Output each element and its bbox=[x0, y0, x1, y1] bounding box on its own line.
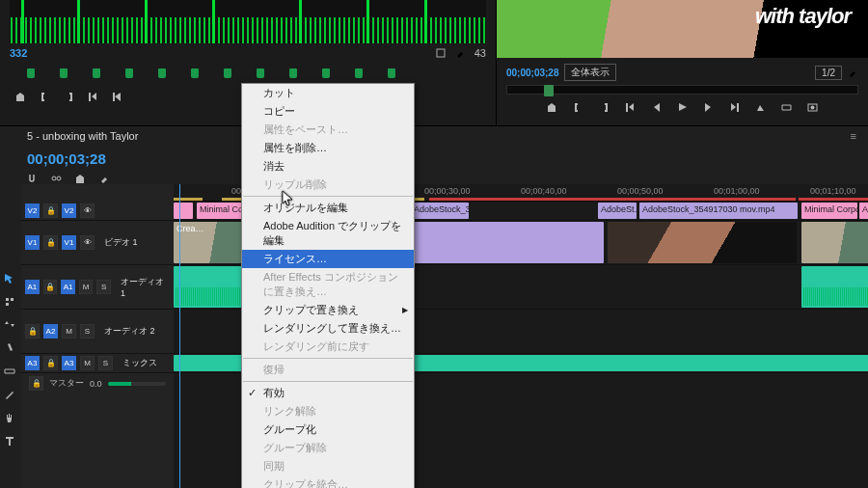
ctx--[interactable]: レンダリングして置き換え… bbox=[242, 319, 414, 338]
clip-corp2[interactable]: Minimal Corpo… bbox=[801, 203, 857, 219]
a1-source-patch[interactable]: A1 bbox=[25, 280, 40, 294]
a1-clip-b[interactable] bbox=[801, 266, 868, 308]
ctx-Adobe-Audition-[interactable]: Adobe Audition でクリップを編集 bbox=[242, 217, 414, 250]
marker-add-icon[interactable] bbox=[547, 102, 557, 113]
clip-context-menu[interactable]: カットコピー属性をペースト…属性を削除…消去リップル削除オリジナルを編集Adob… bbox=[241, 83, 415, 488]
in-bracket-icon[interactable] bbox=[573, 102, 583, 113]
out-bracket-icon[interactable] bbox=[599, 102, 610, 113]
monitor-fit-dropdown[interactable]: 全体表示 bbox=[564, 64, 616, 81]
timeline-playhead-tc[interactable]: 00;00;03;28 bbox=[27, 150, 106, 167]
svg-point-2 bbox=[811, 106, 815, 110]
out-bracket-icon[interactable] bbox=[64, 92, 74, 102]
clip-stock-small[interactable]: AdobeStock_35491… bbox=[411, 203, 469, 219]
solo-icon[interactable]: S bbox=[80, 324, 95, 339]
lock-icon[interactable]: 🔒 bbox=[43, 203, 58, 218]
marker-add-icon[interactable] bbox=[15, 92, 26, 102]
master-track[interactable]: 🔒 マスター 0.0 bbox=[21, 373, 174, 393]
source-markers[interactable] bbox=[10, 68, 486, 80]
wrench-icon[interactable] bbox=[455, 48, 465, 58]
track-select-icon[interactable] bbox=[4, 296, 15, 308]
ctx--[interactable]: クリップで置き換え bbox=[242, 301, 414, 319]
clip-ado[interactable]: Ado… bbox=[859, 203, 868, 219]
clip-stock-mov[interactable]: AdobeStock_354917030 mov.mp4 bbox=[639, 203, 798, 219]
a1-target[interactable]: A1 bbox=[61, 280, 75, 294]
mute-icon[interactable]: M bbox=[79, 280, 94, 294]
panel-menu-icon[interactable]: ≡ bbox=[851, 130, 856, 142]
pen-tool-icon[interactable] bbox=[4, 389, 15, 400]
hand-tool-icon[interactable] bbox=[4, 412, 15, 423]
lock-icon[interactable]: 🔒 bbox=[43, 280, 58, 294]
go-in-icon[interactable] bbox=[88, 92, 98, 102]
monitor-zoom-dropdown[interactable]: 1/2 bbox=[815, 66, 842, 80]
playhead-line[interactable] bbox=[179, 184, 180, 488]
eye-icon[interactable]: 👁 bbox=[80, 235, 95, 250]
ripple-tool-icon[interactable] bbox=[4, 319, 15, 331]
ctx--: レンダリング前に戻す bbox=[242, 338, 414, 356]
selection-tool-icon[interactable] bbox=[4, 273, 15, 285]
ctx--[interactable]: コピー bbox=[242, 102, 414, 121]
v1-source-patch[interactable]: V1 bbox=[25, 235, 40, 250]
a3-target[interactable]: A3 bbox=[62, 356, 76, 370]
extract-icon[interactable] bbox=[781, 102, 792, 113]
solo-icon[interactable]: S bbox=[96, 280, 111, 294]
linked-sel-icon[interactable] bbox=[51, 174, 62, 184]
v2-target[interactable]: V2 bbox=[62, 203, 76, 218]
clip-corp-a[interactable] bbox=[174, 203, 193, 219]
a3-track-header[interactable]: A3 🔒 A3 M S ミックス bbox=[21, 354, 174, 373]
master-value[interactable]: 0.0 bbox=[90, 379, 102, 389]
monitor-timecode[interactable]: 00;00;03;28 bbox=[506, 68, 558, 78]
step-back-icon[interactable] bbox=[112, 92, 122, 102]
in-bracket-icon[interactable] bbox=[40, 92, 50, 102]
wrench-icon[interactable] bbox=[848, 68, 858, 78]
ctx-After-Effects-: After Effects コンポジションに置き換え… bbox=[242, 268, 414, 301]
monitor-mini-timeline[interactable] bbox=[506, 85, 858, 95]
clip-thumb-b[interactable] bbox=[608, 222, 797, 263]
source-waveform[interactable] bbox=[10, 0, 486, 43]
monitor-playhead[interactable] bbox=[544, 85, 554, 96]
v2-source-patch[interactable]: V2 bbox=[25, 203, 40, 218]
mute-icon[interactable]: M bbox=[80, 356, 95, 370]
a2-target[interactable]: A2 bbox=[43, 324, 58, 339]
clip-adobest[interactable]: AdobeSt… bbox=[598, 203, 637, 219]
lock-icon[interactable]: 🔒 bbox=[25, 324, 40, 339]
a1-track-header[interactable]: A1 🔒 A1 M S オーディオ 1 bbox=[21, 265, 174, 310]
lift-icon[interactable] bbox=[755, 102, 766, 113]
a1-label: オーディオ 1 bbox=[121, 276, 170, 298]
mute-icon[interactable]: M bbox=[62, 324, 76, 339]
settings-icon[interactable] bbox=[99, 174, 110, 184]
a3-source-patch[interactable]: A3 bbox=[25, 356, 40, 370]
source-inpoint[interactable]: 332 bbox=[10, 47, 27, 59]
lock-icon[interactable]: 🔒 bbox=[43, 356, 58, 370]
razor-tool-icon[interactable] bbox=[4, 342, 15, 354]
v1-track-header[interactable]: V1 🔒 V1 👁 ビデオ 1 bbox=[21, 221, 174, 265]
slip-tool-icon[interactable] bbox=[4, 366, 15, 377]
go-start-icon[interactable] bbox=[625, 102, 636, 113]
type-tool-icon[interactable] bbox=[4, 435, 15, 447]
play-icon[interactable] bbox=[677, 102, 688, 113]
ctx--[interactable]: 消去 bbox=[242, 157, 414, 176]
step-back-icon[interactable] bbox=[651, 102, 662, 113]
v2-track-header[interactable]: V2 🔒 V2 👁 bbox=[21, 202, 174, 221]
marker-icon[interactable] bbox=[75, 174, 86, 184]
lock-icon[interactable]: 🔒 bbox=[43, 235, 58, 250]
snap-icon[interactable] bbox=[27, 174, 38, 184]
clip-thumb-c[interactable] bbox=[801, 222, 868, 263]
master-label: マスター bbox=[49, 377, 84, 390]
ctx--[interactable]: 属性を削除… bbox=[242, 139, 414, 157]
go-end-icon[interactable] bbox=[729, 102, 740, 113]
ctx--: クリップを統合… bbox=[242, 475, 414, 488]
monitor-frame[interactable]: with taylor bbox=[497, 0, 868, 58]
eye-icon[interactable]: 👁 bbox=[80, 203, 95, 218]
step-fwd-icon[interactable] bbox=[703, 102, 714, 113]
v1-target[interactable]: V1 bbox=[62, 235, 76, 250]
ctx--[interactable]: グループ化 bbox=[242, 420, 414, 439]
ctx--[interactable]: オリジナルを編集 bbox=[242, 199, 414, 217]
lock-icon[interactable]: 🔒 bbox=[29, 376, 43, 391]
sequence-title[interactable]: 5 - unboxing with Taylor bbox=[27, 130, 138, 142]
export-frame-icon[interactable] bbox=[807, 102, 818, 113]
ctx--[interactable]: ✓有効 bbox=[242, 384, 414, 402]
solo-icon[interactable]: S bbox=[98, 356, 113, 370]
ctx--[interactable]: ライセンス… bbox=[242, 250, 414, 268]
a2-track-header[interactable]: 🔒 A2 M S オーディオ 2 bbox=[21, 310, 174, 354]
ctx--[interactable]: カット bbox=[242, 84, 414, 102]
